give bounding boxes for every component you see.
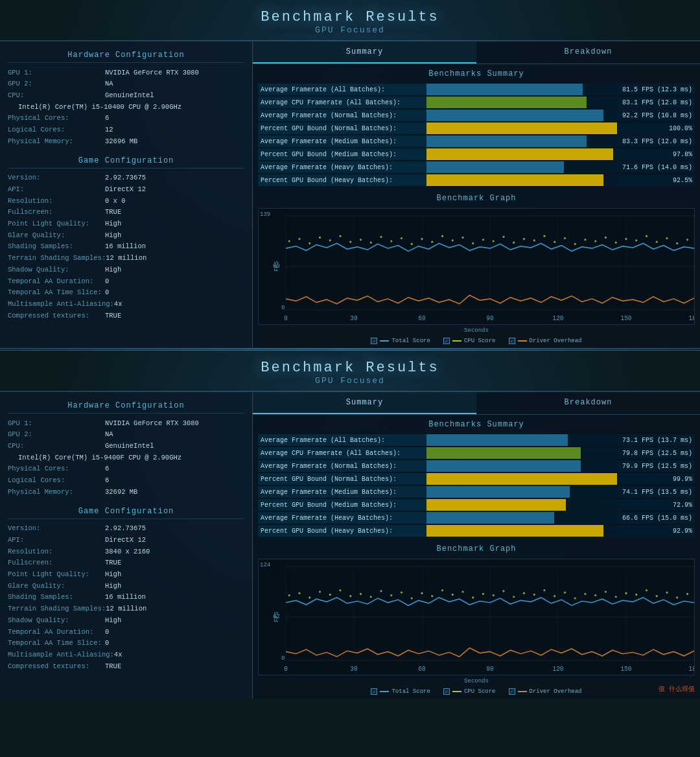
res-label-1: Resolution: xyxy=(8,196,105,206)
svg-text:150: 150 xyxy=(621,315,632,322)
pcores-value-1: 6 xyxy=(105,113,109,123)
svg-point-94 xyxy=(564,592,566,594)
section-subtitle-1: GPU Focused xyxy=(0,25,700,35)
svg-point-105 xyxy=(676,596,678,598)
graph-title-1: Benchmark Graph xyxy=(258,191,695,205)
plq-label-2: Point Light Quality: xyxy=(8,570,105,579)
svg-point-40 xyxy=(594,240,596,242)
gpu2-label-1: GPU 2: xyxy=(8,79,105,89)
bar-fill-0 xyxy=(426,84,583,95)
svg-point-102 xyxy=(646,589,648,591)
version-label-1: Version: xyxy=(8,173,105,183)
shadow-value-2: High xyxy=(105,616,121,625)
gpu1-row-1: GPU 1: NVIDIA GeForce RTX 3080 xyxy=(8,67,244,78)
hardware-title-1: Hardware Configuration xyxy=(8,47,244,63)
cpu-value-1: GenuineIntel xyxy=(105,91,154,100)
legend-check-cpu-2: ✓ xyxy=(443,688,450,695)
lcores-value-2: 6 xyxy=(105,476,109,485)
compressed-value-1: TRUE xyxy=(105,311,121,321)
taa-slice-label-2: Temporal AA Time Slice: xyxy=(8,638,105,648)
svg-point-47 xyxy=(666,237,668,239)
svg-point-67 xyxy=(288,594,290,596)
bar-fill-5 xyxy=(426,499,566,511)
bar-value-4: 74.1 FPS (13.5 ms) xyxy=(617,486,695,498)
svg-point-13 xyxy=(319,237,321,239)
bar-container-5 xyxy=(426,148,617,160)
taa-slice-value-1: 0 xyxy=(105,288,109,297)
bar-container-6 xyxy=(426,161,617,173)
res-label-2: Resolution: xyxy=(8,547,105,557)
taa-slice-row-2: Temporal AA Time Slice: 0 xyxy=(8,638,244,649)
bar-container-6 xyxy=(426,512,617,524)
version-row-2: Version: 2.92.73675 xyxy=(8,523,244,535)
legend-color-cpu-1 xyxy=(452,340,461,342)
terrain-value-2: 12 million xyxy=(106,604,146,614)
tab-breakdown-2[interactable]: Breakdown xyxy=(476,392,700,414)
bar-label-4: Average Framerate (Medium Batches): xyxy=(258,135,426,147)
svg-point-90 xyxy=(523,592,525,594)
bar-fill-4 xyxy=(426,486,570,498)
bar-value-6: 71.6 FPS (14.0 ms) xyxy=(617,161,695,173)
tab-summary-2[interactable]: Summary xyxy=(253,392,476,414)
legend-check-total-2: ✓ xyxy=(371,688,377,695)
bar-label-6: Average Framerate (Heavy Batches): xyxy=(258,161,426,173)
taa-slice-row-1: Temporal AA Time Slice: 0 xyxy=(8,287,244,299)
bar-fill-7 xyxy=(426,525,603,537)
taa-dur-row-1: Temporal AA Duration: 0 xyxy=(8,275,244,287)
svg-point-23 xyxy=(421,238,423,240)
bar-fill-5 xyxy=(426,148,613,160)
tabs-bar-1: Summary Breakdown xyxy=(253,41,700,64)
bar-container-7 xyxy=(426,174,617,186)
compressed-label-1: Compressed textures: xyxy=(8,311,105,321)
bar-label-5: Percent GPU Bound (Medium Batches): xyxy=(258,148,426,160)
svg-point-43 xyxy=(625,238,627,240)
content-area-2: Hardware Configuration GPU 1: NVIDIA GeF… xyxy=(0,391,700,699)
svg-point-75 xyxy=(370,596,372,598)
svg-point-79 xyxy=(411,597,413,599)
plq-label-1: Point Light Quality: xyxy=(8,219,105,229)
api-value-1: DirectX 12 xyxy=(105,185,146,194)
svg-point-85 xyxy=(472,596,474,598)
bar-container-5 xyxy=(426,499,617,511)
shading-label-2: Shading Samples: xyxy=(8,592,105,602)
legend-color-driver-2 xyxy=(518,691,527,692)
legend-label-total-1: Total Score xyxy=(391,338,430,344)
bar-value-1: 79.8 FPS (12.5 ms) xyxy=(617,447,695,459)
plq-row-2: Point Light Quality: High xyxy=(8,569,244,581)
legend-label-total-2: Total Score xyxy=(391,688,430,695)
fs-row-2: Fullscreen: TRUE xyxy=(8,557,244,569)
bar-row-0: Average Framerate (All Batches):73.1 FPS… xyxy=(258,434,695,446)
graph-section-2: Benchmark Graph 124 FPS 62 0 xyxy=(258,542,695,699)
svg-point-82 xyxy=(441,589,443,591)
bar-fill-1 xyxy=(426,97,587,108)
taa-slice-value-2: 0 xyxy=(105,638,109,648)
svg-point-71 xyxy=(329,594,331,596)
bar-fill-2 xyxy=(426,460,581,472)
api-row-2: API: DirectX 12 xyxy=(8,535,244,546)
bar-label-3: Percent GPU Bound (Normal Batches): xyxy=(258,473,426,485)
tab-summary-1[interactable]: Summary xyxy=(253,41,476,64)
graph-svg-2: 0 30 60 90 120 150 180 xyxy=(259,559,694,675)
gpu1-value-2: NVIDIA GeForce RTX 3080 xyxy=(105,419,199,428)
bar-label-1: Average CPU Framerate (All Batches): xyxy=(258,447,426,459)
pmem-row-2: Physical Memory: 32692 MB xyxy=(8,486,244,498)
tab-breakdown-1[interactable]: Breakdown xyxy=(476,41,700,64)
svg-point-26 xyxy=(452,239,454,241)
cpu-detail-row-2: Intel(R) Core(TM) i5-9400F CPU @ 2.90GHz xyxy=(8,452,244,463)
legend-color-driver-1 xyxy=(518,340,527,342)
legend-label-cpu-2: CPU Score xyxy=(464,688,496,695)
glare-label-2: Glare Quality: xyxy=(8,581,105,591)
legend-total-1: ✓ Total Score xyxy=(371,338,430,344)
svg-point-27 xyxy=(461,237,463,239)
cpu-detail-2: Intel(R) Core(TM) i5-9400F CPU @ 2.90GHz xyxy=(18,453,181,463)
gpu2-row-2: GPU 2: NA xyxy=(8,429,244,441)
graph-y-top-1: 139 xyxy=(260,211,270,218)
bar-value-5: 72.9% xyxy=(617,499,695,511)
bar-row-6: Average Framerate (Heavy Batches):71.6 F… xyxy=(258,161,695,173)
fs-row-1: Fullscreen: TRUE xyxy=(8,207,244,218)
gpu2-value-1: NA xyxy=(105,79,113,89)
legend-check-total-1: ✓ xyxy=(371,338,377,344)
svg-point-95 xyxy=(574,597,576,599)
bar-fill-0 xyxy=(426,434,568,446)
svg-point-42 xyxy=(615,242,617,244)
